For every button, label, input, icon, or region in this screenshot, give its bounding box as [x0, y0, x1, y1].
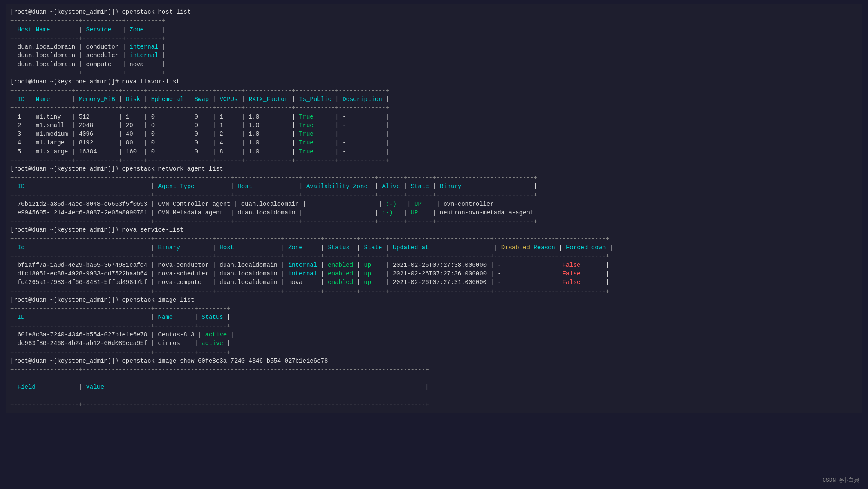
sep: +------------------+-----------+--------… — [10, 69, 858, 77]
img-row-1: | 60fe8c3a-7240-4346-b554-027b1e1e6e78 |… — [10, 330, 858, 339]
imgshow-header: | Field | Value | — [10, 383, 858, 391]
flavor-row-2: | 2 | m1.small | 2048 | 20 | 0 | 0 | 1 |… — [10, 121, 858, 130]
flavor-header: | ID | Name | Memory_MiB | Disk | Epheme… — [10, 95, 858, 104]
flavor-row-4: | 4 | m1.large | 8192 | 80 | 0 | 0 | 4 |… — [10, 138, 858, 147]
img-header: | ID | Name | Status | — [10, 313, 858, 321]
flavor-row-1: | 1 | m1.tiny | 512 | 1 | 0 | 0 | 1 | 1.… — [10, 113, 858, 121]
cmd-host-list: [root@duan ~(keystone_admin)]# openstack… — [10, 8, 858, 16]
host-table-header: | Host Name | Service | Zone | — [10, 25, 858, 34]
sep: +----+-----------+------------+------+--… — [10, 86, 858, 95]
svc-row-3: | fd4265a1-7983-4f66-8481-5ffbd49847bf |… — [10, 278, 858, 287]
sep: +--------------------------------------+… — [10, 252, 858, 260]
sep: +--------------------------------------+… — [10, 217, 858, 226]
blank-line2 — [10, 391, 858, 400]
cmd-image-list: [root@duan ~(keystone_admin)]# openstack… — [10, 296, 858, 304]
svc-row-2: | dfc1805f-ec88-4928-9933-dd7522baab64 |… — [10, 269, 858, 278]
sep: +----+-----------+------------+------+--… — [10, 156, 858, 165]
sep: +--------------------------------------+… — [10, 191, 858, 199]
sep: +------------------+--------------------… — [10, 365, 858, 374]
svc-header: | Id | Binary | Host | Zone | Status | S… — [10, 243, 858, 252]
cmd-nova-service-list: [root@duan ~(keystone_admin)]# nova serv… — [10, 226, 858, 234]
cmd-network-agent-list: [root@duan ~(keystone_admin)]# openstack… — [10, 165, 858, 173]
sep: +--------------------------------------+… — [10, 235, 858, 243]
sep: +--------------------------------------+… — [10, 174, 858, 182]
blank-line — [10, 374, 858, 382]
watermark: CSDN @小白典 — [822, 477, 859, 485]
flavor-row-3: | 3 | m1.medium | 4096 | 40 | 0 | 0 | 2 … — [10, 130, 858, 138]
sep: +------------------+-----------+--------… — [10, 34, 858, 43]
terminal-window: [root@duan ~(keystone_admin)]# openstack… — [6, 4, 862, 413]
sep: +------------------+-----------+--------… — [10, 16, 858, 25]
host-row-1: | duan.localdomain | conductor | interna… — [10, 43, 858, 51]
sep: +--------------------------------------+… — [10, 304, 858, 313]
sep: +--------------------------------------+… — [10, 322, 858, 330]
cmd-flavor-list: [root@duan ~(keystone_admin)]# nova flav… — [10, 77, 858, 86]
sep: +------------------+--------------------… — [10, 400, 858, 409]
agent-row-1: | 70b121d2-a86d-4aec-8048-d6663f5f0693 |… — [10, 200, 858, 208]
cmd-image-show: [root@duan ~(keystone_admin)]# openstack… — [10, 357, 858, 365]
agent-header: | ID | Agent Type | Host | Availability … — [10, 182, 858, 191]
sep: +--------------------------------------+… — [10, 348, 858, 357]
sep: +--------------------------------------+… — [10, 287, 858, 296]
host-row-3: | duan.localdomain | compute | nova | — [10, 60, 858, 69]
svc-row-1: | bf1aff7a-1a9d-4e29-ba65-3674981cafd4 |… — [10, 261, 858, 269]
img-row-2: | dc983f86-2460-4b24-ab12-00d089eca95f |… — [10, 339, 858, 348]
host-row-2: | duan.localdomain | scheduler | interna… — [10, 51, 858, 60]
agent-row-2: | e9945605-1214-4ec6-8087-2e05a8090781 |… — [10, 208, 858, 217]
flavor-row-5: | 5 | m1.xlarge | 16384 | 160 | 0 | 0 | … — [10, 147, 858, 156]
sep: +----+-----------+------------+------+--… — [10, 104, 858, 112]
